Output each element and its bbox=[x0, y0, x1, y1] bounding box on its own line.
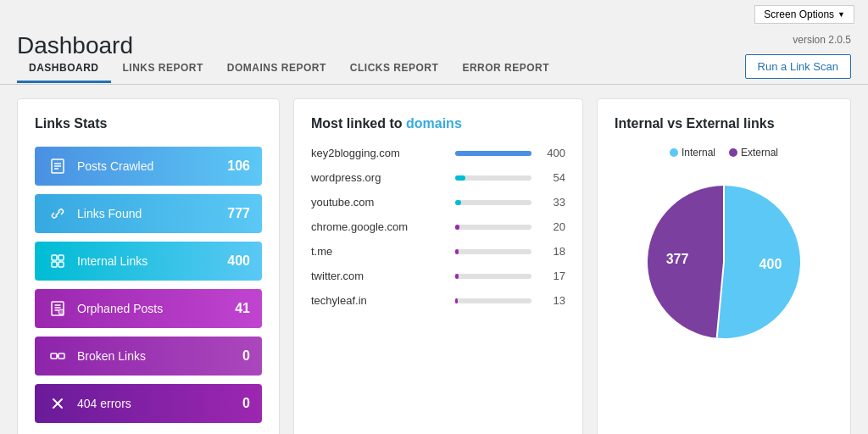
internal-links-icon bbox=[47, 250, 69, 272]
tab-clicks-report[interactable]: CLICKS REPORT bbox=[338, 55, 451, 83]
broken-links-icon bbox=[47, 345, 69, 367]
domain-name-3: chrome.google.com bbox=[311, 220, 447, 233]
links-found-label: Links Found bbox=[77, 207, 227, 220]
tab-domains-report[interactable]: DOMAINS REPORT bbox=[215, 55, 338, 83]
links-stats-card: Links Stats Posts Crawled 106 Links Foun… bbox=[17, 98, 280, 434]
broken-links-value: 0 bbox=[242, 348, 250, 364]
internal-links-value: 400 bbox=[227, 253, 250, 269]
top-bar: Screen Options bbox=[0, 0, 868, 24]
links-found-value: 777 bbox=[227, 206, 250, 221]
svg-rect-10 bbox=[51, 353, 57, 359]
links-stats-title: Links Stats bbox=[35, 116, 262, 131]
domain-name-5: twitter.com bbox=[311, 270, 447, 282]
domain-bar-container-4 bbox=[455, 249, 531, 254]
legend-internal-dot bbox=[670, 148, 678, 157]
chart-card: Internal vs External links Internal Exte… bbox=[597, 98, 851, 434]
svg-point-9 bbox=[58, 309, 64, 314]
domain-count-0: 400 bbox=[540, 147, 565, 159]
404-errors-icon bbox=[47, 392, 69, 415]
404-errors-value: 0 bbox=[242, 396, 250, 411]
svg-rect-4 bbox=[52, 255, 57, 260]
domain-bar-5 bbox=[455, 274, 459, 279]
domains-card: Most linked to domains key2blogging.com … bbox=[293, 98, 583, 434]
pie-chart-svg: 400377 bbox=[631, 169, 817, 355]
stat-orphaned-posts: Orphaned Posts 41 bbox=[35, 289, 262, 328]
domain-count-6: 13 bbox=[540, 294, 565, 307]
domain-bar-container-3 bbox=[455, 225, 531, 230]
svg-rect-6 bbox=[52, 262, 57, 267]
orphaned-posts-value: 41 bbox=[235, 301, 250, 316]
run-scan-button[interactable]: Run a Link Scan bbox=[745, 54, 851, 79]
broken-links-label: Broken Links bbox=[77, 349, 242, 363]
domain-bar-container-1 bbox=[455, 175, 531, 181]
links-found-icon bbox=[47, 203, 69, 225]
domain-bar-4 bbox=[455, 249, 459, 254]
domain-count-2: 33 bbox=[540, 196, 565, 209]
domain-name-0: key2blogging.com bbox=[311, 147, 447, 159]
domain-bar-container-0 bbox=[455, 151, 531, 156]
legend-external-label: External bbox=[741, 147, 778, 159]
domain-bar-container-5 bbox=[455, 274, 531, 279]
nav-tabs-left: DASHBOARD LINKS REPORT DOMAINS REPORT CL… bbox=[17, 55, 561, 83]
domain-name-2: youtube.com bbox=[311, 196, 447, 209]
pie-container: 400377 bbox=[615, 169, 833, 355]
domain-bar-6 bbox=[455, 298, 458, 303]
stat-internal-links: Internal Links 400 bbox=[35, 242, 262, 281]
domain-count-3: 20 bbox=[540, 220, 565, 233]
domain-bar-container-6 bbox=[455, 298, 531, 303]
domain-row-3: chrome.google.com 20 bbox=[311, 220, 565, 233]
domain-row-1: wordpress.org 54 bbox=[311, 171, 565, 184]
stat-posts-crawled: Posts Crawled 106 bbox=[35, 147, 262, 186]
orphaned-posts-icon bbox=[47, 298, 69, 320]
domain-count-5: 17 bbox=[540, 270, 565, 282]
chart-title: Internal vs External links bbox=[615, 116, 833, 131]
domain-row-2: youtube.com 33 bbox=[311, 196, 565, 209]
internal-links-label: Internal Links bbox=[77, 254, 227, 268]
orphaned-posts-label: Orphaned Posts bbox=[77, 302, 235, 315]
screen-options-button[interactable]: Screen Options bbox=[754, 5, 854, 24]
stat-broken-links: Broken Links 0 bbox=[35, 337, 262, 376]
pie-label-internal: 400 bbox=[760, 257, 782, 271]
pie-label-external: 377 bbox=[666, 252, 689, 266]
svg-rect-7 bbox=[58, 262, 64, 267]
svg-rect-5 bbox=[58, 255, 64, 260]
legend-external-dot bbox=[729, 148, 737, 157]
legend-internal: Internal bbox=[670, 147, 715, 159]
domain-row-4: t.me 18 bbox=[311, 245, 565, 258]
domain-bar-container-2 bbox=[455, 200, 531, 205]
domain-name-6: techyleaf.in bbox=[311, 294, 447, 307]
svg-rect-11 bbox=[58, 353, 64, 359]
domain-name-1: wordpress.org bbox=[311, 171, 447, 184]
stat-404-errors: 404 errors 0 bbox=[35, 384, 262, 423]
posts-crawled-label: Posts Crawled bbox=[77, 159, 227, 173]
tab-error-report[interactable]: ERROR REPORT bbox=[450, 55, 561, 83]
domain-bar-3 bbox=[455, 225, 459, 230]
tab-links-report[interactable]: LINKS REPORT bbox=[111, 55, 215, 83]
legend-external: External bbox=[729, 147, 778, 159]
domain-bar-1 bbox=[455, 175, 465, 181]
main-content: Links Stats Posts Crawled 106 Links Foun… bbox=[0, 85, 868, 434]
domain-count-1: 54 bbox=[540, 171, 565, 184]
chart-legend: Internal External bbox=[615, 147, 833, 159]
404-errors-label: 404 errors bbox=[77, 397, 242, 410]
tab-dashboard[interactable]: DASHBOARD bbox=[17, 55, 111, 83]
domain-bar-2 bbox=[455, 200, 461, 205]
domain-name-4: t.me bbox=[311, 245, 447, 258]
posts-crawled-icon bbox=[47, 155, 69, 177]
legend-internal-label: Internal bbox=[682, 147, 715, 159]
domain-row-6: techyleaf.in 13 bbox=[311, 294, 565, 307]
posts-crawled-value: 106 bbox=[227, 159, 250, 174]
domain-row-5: twitter.com 17 bbox=[311, 270, 565, 282]
domain-row-0: key2blogging.com 400 bbox=[311, 147, 565, 159]
domain-bar-0 bbox=[455, 151, 531, 156]
domains-title: Most linked to domains bbox=[311, 116, 565, 131]
domains-highlight: domains bbox=[406, 116, 462, 131]
domain-count-4: 18 bbox=[540, 245, 565, 258]
stat-links-found: Links Found 777 bbox=[35, 194, 262, 233]
